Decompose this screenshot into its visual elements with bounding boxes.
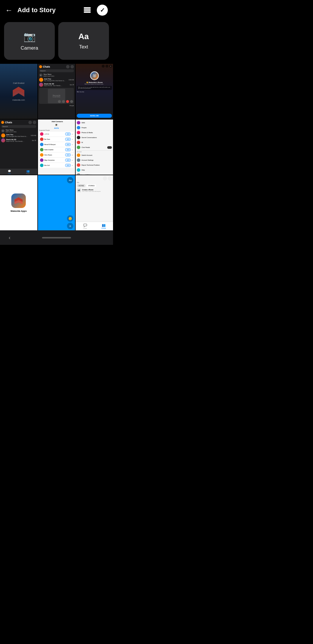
emoji-icon[interactable]: 😊 [67, 215, 73, 222]
active-tab[interactable]: ACTIVE [77, 184, 85, 187]
header-left: ← Add to Story [5, 6, 56, 15]
contact-name: Morad El Manyari [44, 144, 65, 145]
switch-account-label: Switch Account [81, 154, 92, 156]
people-tab-bottom[interactable]: 👥 People [94, 222, 113, 230]
gallery-item-room[interactable]: × 🐺 👋 Malavida's Room Wait a few minutes… [76, 64, 113, 119]
dark-chat2-time: Apr 28 [32, 140, 36, 141]
gallery-item-compose[interactable]: Aa 😊 ≡ [38, 175, 75, 230]
camera-card[interactable]: 📷 Camera [4, 22, 55, 60]
text-label: Text [79, 44, 88, 50]
header: ← Add to Story ✓ [0, 0, 113, 19]
chat2-time: Apr 28 [70, 84, 74, 86]
gallery-item-call-ended[interactable]: Call Ended malavida.com [0, 64, 37, 119]
camera-label: Camera [21, 45, 38, 51]
chat-heads-label: Chat Heads [81, 146, 90, 148]
chat2-msg: Stack Hit 3D: Your friends ... [44, 85, 69, 86]
gallery-grid: Call Ended malavida.com Chats [0, 64, 113, 230]
invite-label: INVITE [39, 127, 74, 129]
share-link-btn[interactable]: SHARE LINK [90, 115, 99, 117]
account-settings-label: Account Settings [81, 159, 93, 161]
contact-row: এস ডি মন ADD ✕ [39, 132, 74, 136]
account-section: Account [77, 151, 112, 153]
contact-name: এস ডি মন [44, 133, 65, 135]
chat1-msg: You changed the chat theme to... [44, 80, 68, 82]
dismiss-button[interactable]: ✕ [72, 133, 73, 135]
add-contact-button[interactable]: ADD [65, 138, 71, 141]
create-room-sub: Use a link to video chat with anyone [82, 191, 101, 192]
sms-label: SMS [81, 122, 85, 124]
people-tab-label: People [101, 227, 106, 229]
home-indicator [42, 237, 71, 238]
confirm-button[interactable]: ✓ [97, 5, 108, 16]
dark-chat1-msg: You changed the chat theme to... [6, 135, 30, 137]
people-tab-icon: 👥 [102, 223, 106, 227]
contacts-list: এস ডি মন ADD ✕ Bar Tano ADD ✕ Morad El M… [39, 132, 74, 168]
contact-row: Hafid Chakhtir ADD ✕ [39, 147, 74, 152]
contact-avatar [40, 132, 43, 136]
dismiss-button[interactable]: ✕ [72, 164, 73, 167]
gallery-item-people-tab[interactable]: Me ACTIVE STORIES 📹 Create a Room Use a … [76, 175, 113, 230]
text-card[interactable]: Aa Text [58, 22, 109, 60]
search-dark-label: Search [2, 126, 8, 127]
gallery-item-chats[interactable]: Chats Search + Your Story Add to your st… [38, 64, 75, 119]
back-button[interactable]: ← [5, 6, 13, 15]
photos-label: Photos & Media [81, 132, 93, 133]
contact-name: Hafid Chakhtir [44, 149, 65, 151]
add-contact-button[interactable]: ADD [65, 133, 71, 135]
dismiss-button[interactable]: ✕ [72, 154, 73, 156]
contact-row: Eko Ucil ADD ✕ [39, 163, 74, 168]
stories-tab[interactable]: STORIES [86, 184, 96, 187]
camera-icon: 📷 [23, 31, 36, 42]
dismiss-button[interactable]: ✕ [72, 144, 73, 146]
chats-tab-icon: 💬 [83, 223, 87, 227]
report-label: Report Technical Problem [81, 164, 100, 166]
add-contact-button[interactable]: ADD [65, 164, 71, 167]
room-sub: Wait a few minutes for friends to join..… [76, 83, 113, 85]
contact-avatar [40, 158, 43, 162]
stack-icon[interactable] [82, 5, 93, 16]
malavida-logo [11, 193, 26, 208]
dismiss-button[interactable]: ✕ [72, 159, 73, 161]
header-icons: ✓ [82, 5, 108, 16]
chats-title: Chats [43, 65, 50, 68]
suggested-label: Suggested People [39, 130, 74, 131]
contact-row: Bar Tano ADD ✕ [39, 137, 74, 142]
gallery-item-settings[interactable]: SMS People Photos & Media Secret Convers… [76, 120, 113, 175]
contact-name: Migu Gonçalves [44, 159, 65, 161]
aa-icon: Aa [67, 177, 73, 183]
add-contact-button[interactable]: ADD [65, 148, 71, 151]
contact-avatar [40, 148, 43, 151]
dark-chat1-time: 9:08 AM [31, 135, 36, 136]
bottom-tab-bar: 💬 Chats 👥 People [76, 222, 113, 230]
chat1-time: 9:08 AM [69, 79, 74, 81]
help-label: Help [81, 169, 85, 171]
menu-icon[interactable]: ≡ [67, 223, 73, 229]
dismiss-button[interactable]: ✕ [72, 138, 73, 140]
dismiss-button[interactable]: ✕ [72, 149, 73, 151]
contact-name: Bar Tano [44, 138, 65, 140]
contact-avatar [40, 138, 43, 141]
add-contacts-title: Add Contacts [52, 121, 63, 122]
chats-dark-title: Chats [5, 121, 12, 124]
add-contact-button[interactable]: ADD [65, 143, 71, 146]
bottom-nav: ‹ [0, 230, 113, 245]
gallery-item-malavida[interactable]: Malavida Apps [0, 175, 37, 230]
chats-tab[interactable]: 💬 Chats [76, 222, 94, 230]
add-contact-button[interactable]: ADD [65, 159, 71, 162]
contact-avatar [40, 143, 43, 146]
gallery-item-contacts[interactable]: ← Add Contacts 🎓 INVITE Suggested People… [38, 120, 75, 175]
chats-tab-label: Chats [83, 227, 87, 229]
nav-back-button[interactable]: ‹ [9, 235, 10, 241]
contact-name: Eko Ucil [44, 164, 65, 166]
chat-heads-toggle[interactable] [107, 146, 112, 149]
legal-label: Legal & Policies [81, 174, 93, 175]
story-sub: Add to your story [43, 75, 54, 77]
story-options: 📷 Camera Aa Text [0, 19, 113, 64]
contact-row: Morad El Manyari ADD ✕ [39, 142, 74, 147]
svg-rect-2 [84, 11, 91, 13]
add-contact-button[interactable]: ADD [65, 153, 71, 156]
malavida-app-name: Malavida Apps [10, 210, 27, 212]
svg-rect-1 [84, 9, 91, 11]
m-label: M [81, 142, 83, 143]
gallery-item-chats-dark[interactable]: Chats Search + Your Story Add to your st… [0, 120, 37, 175]
